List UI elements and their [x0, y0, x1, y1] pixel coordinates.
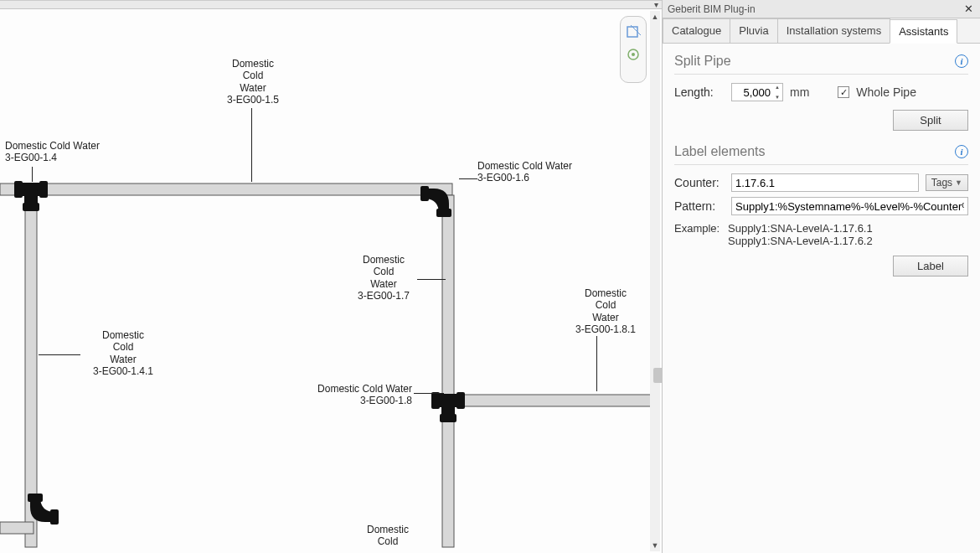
section-split-pipe: Split Pipe i	[674, 54, 968, 75]
pipe-label-bottom: Domestic Cold	[350, 524, 426, 548]
panel-body: Split Pipe i Length: ▲ ▼ mm ✓ Whole Pipe…	[663, 44, 980, 553]
whole-pipe-label: Whole Pipe	[856, 85, 916, 99]
svg-rect-11	[0, 522, 34, 534]
scroll-down-icon[interactable]: ▼	[650, 540, 660, 551]
leader	[39, 354, 80, 355]
row-counter: Counter: Tags ▼	[674, 173, 968, 192]
length-label: Length:	[674, 85, 725, 99]
chevron-down-icon: ▼	[955, 178, 962, 187]
spin-down-icon[interactable]: ▼	[773, 95, 781, 100]
whole-pipe-checkbox[interactable]: ✓	[838, 86, 849, 98]
viewcube-icon[interactable]	[625, 24, 642, 41]
view-controls	[620, 16, 647, 83]
plugin-panel: Geberit BIM Plug-in ✕ Catalogue Pluvia I…	[662, 0, 980, 553]
canvas-topbar: ▾	[0, 1, 662, 9]
length-unit: mm	[790, 85, 809, 99]
leader	[251, 108, 252, 182]
length-input-wrap: ▲ ▼	[731, 83, 783, 101]
info-icon[interactable]: i	[955, 145, 968, 158]
example-values: Supply1:SNA-LevelA-1.17.6.1 Supply1:SNA-…	[728, 222, 873, 247]
pipe-label-1-4: Domestic Cold Water 3-EG00-1.4	[5, 140, 100, 164]
row-length: Length: ▲ ▼ mm ✓ Whole Pipe	[674, 83, 968, 101]
pipe-label-1-6: Domestic Cold Water 3-EG00-1.6	[477, 160, 572, 184]
section-title-text: Label elements	[674, 144, 766, 159]
tab-pluvia[interactable]: Pluvia	[730, 18, 777, 43]
row-pattern: Pattern:	[674, 197, 968, 215]
steering-wheel-icon[interactable]	[625, 46, 642, 63]
svg-rect-12	[627, 27, 637, 37]
spin-up-icon[interactable]: ▲	[773, 85, 781, 90]
svg-point-15	[632, 53, 635, 56]
pipe-network	[0, 9, 662, 553]
leader	[32, 167, 33, 182]
leader	[596, 336, 597, 391]
close-icon[interactable]: ✕	[962, 3, 975, 16]
panel-dropdown-icon[interactable]: ▾	[654, 0, 658, 9]
split-button[interactable]: Split	[893, 110, 968, 131]
tags-label: Tags	[931, 177, 952, 189]
tab-installation-systems[interactable]: Installation systems	[777, 18, 890, 43]
tab-catalogue[interactable]: Catalogue	[663, 18, 730, 43]
row-example: Example: Supply1:SNA-LevelA-1.17.6.1 Sup…	[674, 222, 968, 247]
panel-tabs: Catalogue Pluvia Installation systems As…	[663, 18, 980, 44]
tags-dropdown[interactable]: Tags ▼	[926, 174, 968, 191]
panel-title: Geberit BIM Plug-in	[668, 3, 756, 15]
tab-assistants[interactable]: Assistants	[890, 19, 957, 44]
pattern-label: Pattern:	[674, 199, 725, 213]
section-label-elements: Label elements i	[674, 144, 968, 165]
svg-rect-9	[442, 195, 454, 547]
pattern-input[interactable]	[731, 197, 968, 215]
counter-label: Counter:	[674, 176, 725, 189]
pipe-label-1-4-1: Domestic Cold Water 3-EG00-1.4.1	[77, 329, 169, 378]
canvas-vscrollbar[interactable]: ▲ ▼	[650, 11, 660, 551]
example-label: Example:	[674, 222, 725, 247]
leader	[417, 279, 446, 280]
pipe-label-1-8-1: Domestic Cold Water 3-EG00-1.8.1	[560, 287, 652, 336]
counter-input[interactable]	[731, 173, 919, 192]
pipe-label-1-8: Domestic Cold Water 3-EG00-1.8	[303, 383, 412, 407]
svg-rect-7	[0, 183, 452, 195]
label-button[interactable]: Label	[893, 256, 968, 276]
panel-header: Geberit BIM Plug-in ✕	[663, 0, 980, 18]
pipe-label-1-5: Domestic Cold Water 3-EG00-1.5	[211, 58, 295, 106]
drawing-canvas[interactable]: ▾	[0, 0, 662, 553]
svg-rect-10	[454, 395, 655, 406]
section-title-text: Split Pipe	[674, 54, 731, 69]
leader	[459, 178, 477, 179]
scroll-up-icon[interactable]: ▲	[650, 11, 660, 23]
info-icon[interactable]: i	[955, 54, 968, 68]
leader	[414, 393, 444, 394]
pipe-label-1-7: Domestic Cold Water 3-EG00-1.7	[342, 254, 426, 302]
